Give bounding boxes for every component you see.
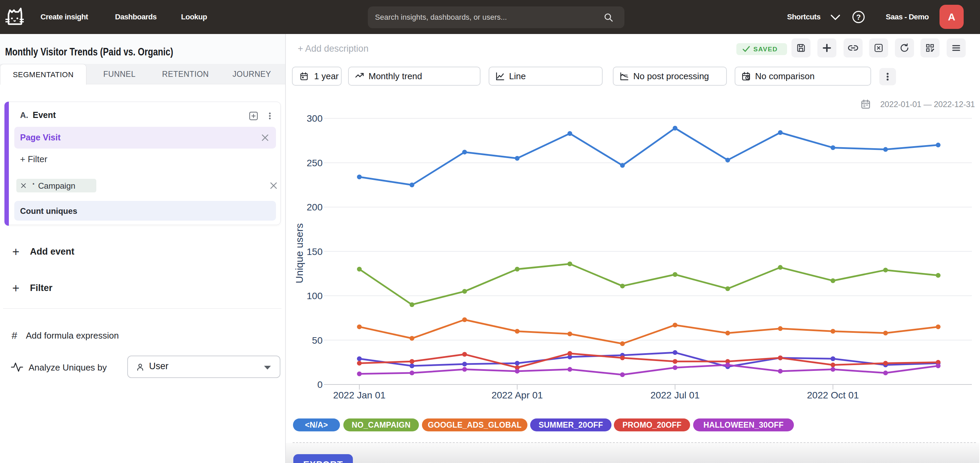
svg-text:100: 100: [307, 291, 323, 301]
svg-text:2022 Jul 01: 2022 Jul 01: [650, 390, 700, 400]
svg-text:2022 Apr 01: 2022 Apr 01: [492, 390, 543, 400]
svg-text:300: 300: [307, 113, 323, 124]
svg-text:2022 Jan 01: 2022 Jan 01: [333, 390, 385, 400]
svg-text:2022 Oct 01: 2022 Oct 01: [807, 390, 859, 400]
svg-text:50: 50: [312, 335, 323, 346]
svg-text:0: 0: [317, 379, 323, 390]
svg-text:Unique users: Unique users: [294, 224, 305, 284]
svg-text:200: 200: [307, 202, 323, 212]
svg-text:150: 150: [307, 246, 323, 257]
svg-text:250: 250: [307, 158, 323, 168]
svg-text:?: ?: [856, 13, 861, 21]
